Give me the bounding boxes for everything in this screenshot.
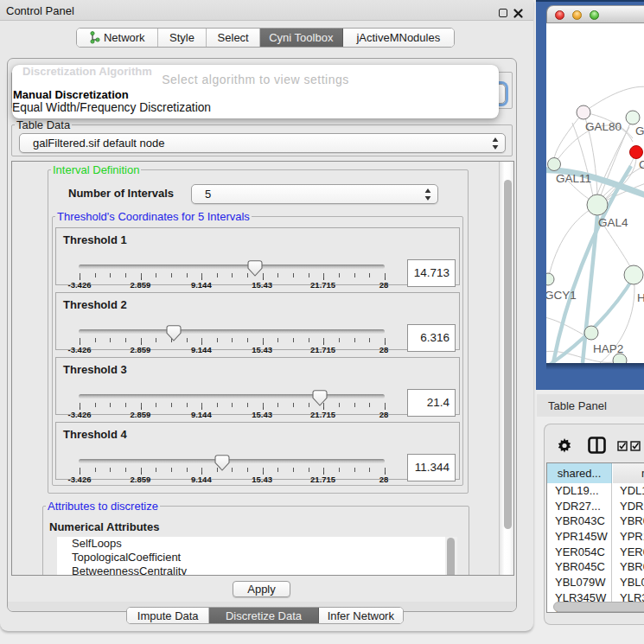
svg-text:GAL80: GAL80	[585, 120, 622, 133]
svg-text:H: H	[637, 291, 644, 304]
svg-text:GAL11: GAL11	[556, 172, 591, 185]
svg-text:GA: GA	[635, 124, 644, 137]
svg-text:GAL4: GAL4	[598, 216, 628, 229]
svg-text:HAP2: HAP2	[593, 342, 623, 355]
svg-text:C: C	[639, 158, 644, 171]
svg-text:GCY1: GCY1	[546, 289, 577, 302]
